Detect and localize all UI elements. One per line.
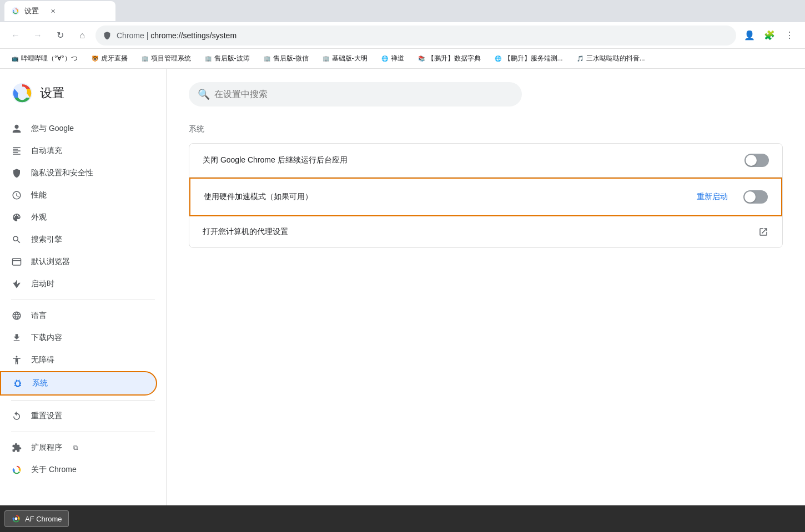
bookmark-label: 售后版-微信 <box>273 54 309 63</box>
sidebar: 设置 您与 Google 自动填充 隐私设置和安全性 <box>0 69 167 532</box>
sidebar-label: 默认浏览器 <box>31 257 70 267</box>
bookmark-aftersales-bt[interactable]: 🏢 售后版-波涛 <box>200 52 254 65</box>
setting-row-background-apps: 关闭 Google Chrome 后继续运行后台应用 <box>189 144 782 178</box>
browser-icon <box>11 256 22 267</box>
reset-icon <box>11 411 22 422</box>
external-link-icon[interactable] <box>758 226 769 237</box>
svg-point-1 <box>14 10 17 12</box>
sidebar-item-system[interactable]: 系统 <box>0 371 157 396</box>
bookmark-label: 哔哩哔哩（°∀°）つ <box>21 54 78 63</box>
bookmark-favicon-project: 🏢 <box>141 55 149 63</box>
accessibility-icon <box>11 354 22 366</box>
home-button[interactable]: ⌂ <box>73 27 91 44</box>
search-engine-icon <box>11 234 22 245</box>
bookmark-favicon-aftersales-bt: 🏢 <box>204 55 212 63</box>
address-url: chrome://settings/system <box>150 31 237 40</box>
sidebar-label: 搜索引擎 <box>31 235 62 245</box>
sidebar-item-extensions[interactable]: 扩展程序 ⧉ <box>0 437 157 459</box>
toggle-thumb-background-apps <box>746 155 757 166</box>
sidebar-header: 设置 <box>0 78 166 118</box>
performance-icon <box>11 190 22 201</box>
profile-button[interactable]: 👤 <box>741 27 758 44</box>
appearance-icon <box>11 212 22 223</box>
taskbar-label: AF Chrome <box>25 515 62 523</box>
bookmark-favicon-zendao: 🌐 <box>381 55 389 63</box>
sidebar-label: 下载内容 <box>31 333 62 343</box>
toggle-thumb-hardware-accel <box>744 191 756 202</box>
sidebar-item-default-browser[interactable]: 默认浏览器 <box>0 251 157 273</box>
setting-label-background-apps: 关闭 Google Chrome 后继续运行后台应用 <box>203 155 744 165</box>
extensions-ext-link-icon: ⧉ <box>73 444 78 452</box>
back-button[interactable]: ← <box>7 27 24 44</box>
settings-card: 关闭 Google Chrome 后继续运行后台应用 使用硬件加速模式（如果可用… <box>189 143 783 248</box>
toggle-hardware-accel[interactable] <box>743 190 768 204</box>
sidebar-nav-group2: 语言 下载内容 无障碍 系统 <box>0 305 166 396</box>
sidebar-item-google[interactable]: 您与 Google <box>0 118 157 140</box>
shield-icon <box>11 168 22 179</box>
sidebar-label: 启动时 <box>31 279 54 289</box>
language-icon <box>11 310 22 321</box>
search-input[interactable] <box>214 89 513 99</box>
sidebar-item-language[interactable]: 语言 <box>0 305 157 327</box>
sidebar-item-privacy[interactable]: 隐私设置和安全性 <box>0 162 157 184</box>
sidebar-item-startup[interactable]: 启动时 <box>0 273 157 295</box>
bookmark-service[interactable]: 🌐 【鹏升】服务端测... <box>490 52 567 65</box>
bookmark-project[interactable]: 🏢 项目管理系统 <box>137 52 195 65</box>
bookmark-favicon-base-dm: 🏢 <box>322 55 330 63</box>
extensions-button[interactable]: 🧩 <box>761 27 778 44</box>
bookmark-base-dm[interactable]: 🏢 基础版-大明 <box>318 52 372 65</box>
svg-point-8 <box>15 518 18 520</box>
startup-icon <box>11 278 22 290</box>
bookmark-label: 售后版-波涛 <box>214 54 250 63</box>
security-icon <box>102 31 112 40</box>
tab-close-button[interactable]: ✕ <box>48 6 58 16</box>
address-bar[interactable]: Chrome | chrome://settings/system <box>95 26 736 45</box>
bookmark-favicon-bilibili: 📺 <box>11 55 19 63</box>
bookmark-huya[interactable]: 🐯 虎牙直播 <box>87 52 132 65</box>
person-icon <box>11 123 22 134</box>
active-tab[interactable]: 设置 ✕ <box>4 1 115 21</box>
bookmark-label: 基础版-大明 <box>332 54 368 63</box>
address-chrome: Chrome | <box>117 31 150 40</box>
bookmark-bilibili[interactable]: 📺 哔哩哔哩（°∀°）つ <box>7 52 82 65</box>
sidebar-label: 扩展程序 <box>31 443 62 453</box>
sidebar-label: 隐私设置和安全性 <box>31 168 93 178</box>
setting-actions-background-apps <box>744 154 769 167</box>
setting-row-proxy: 打开您计算机的代理设置 <box>189 216 782 247</box>
sidebar-divider-2 <box>11 400 155 401</box>
setting-actions-hardware-accel: 重新启动 <box>688 189 768 205</box>
sidebar-label: 系统 <box>32 378 48 388</box>
setting-actions-proxy <box>758 226 769 237</box>
sidebar-item-downloads[interactable]: 下载内容 <box>0 327 157 349</box>
taskbar-chrome-item[interactable]: AF Chrome <box>4 510 69 527</box>
tab-favicon <box>11 7 20 16</box>
browser-chrome: 设置 ✕ ← → ↻ ⌂ Chrome | chrome://settings/… <box>0 0 805 69</box>
sidebar-item-about[interactable]: 关于 Chrome <box>0 459 157 481</box>
restart-button[interactable]: 重新启动 <box>688 189 737 205</box>
toggle-background-apps[interactable] <box>744 154 769 167</box>
sidebar-item-appearance[interactable]: 外观 <box>0 206 157 229</box>
nav-actions: 👤 🧩 ⋮ <box>741 27 798 44</box>
svg-point-3 <box>19 90 26 97</box>
bookmark-label: 【鹏升】服务端测... <box>504 54 563 63</box>
bookmark-favicon-service: 🌐 <box>494 55 502 63</box>
sidebar-item-performance[interactable]: 性能 <box>0 184 157 206</box>
menu-button[interactable]: ⋮ <box>781 27 798 44</box>
refresh-button[interactable]: ↻ <box>51 27 69 44</box>
sidebar-item-search[interactable]: 搜索引擎 <box>0 229 157 251</box>
sidebar-item-reset[interactable]: 重置设置 <box>0 405 157 427</box>
sidebar-item-accessibility[interactable]: 无障碍 <box>0 349 157 371</box>
bookmark-zendao[interactable]: 🌐 禅道 <box>376 52 409 65</box>
extensions-icon <box>11 442 22 453</box>
bookmark-dict[interactable]: 📚 【鹏升】数据字典 <box>413 52 485 65</box>
sidebar-label: 无障碍 <box>31 355 54 365</box>
bookmark-douyin[interactable]: 🎵 三水哒哒哒的抖音... <box>572 52 650 65</box>
sidebar-label: 关于 Chrome <box>31 465 77 475</box>
bookmark-aftersales-wx[interactable]: 🏢 售后版-微信 <box>259 52 313 65</box>
system-icon <box>12 378 23 389</box>
forward-button[interactable]: → <box>29 27 47 44</box>
svg-rect-4 <box>13 259 21 265</box>
sidebar-item-autofill[interactable]: 自动填充 <box>0 140 157 162</box>
bookmark-label: 三水哒哒哒的抖音... <box>586 54 645 63</box>
settings-title: 设置 <box>40 85 64 102</box>
